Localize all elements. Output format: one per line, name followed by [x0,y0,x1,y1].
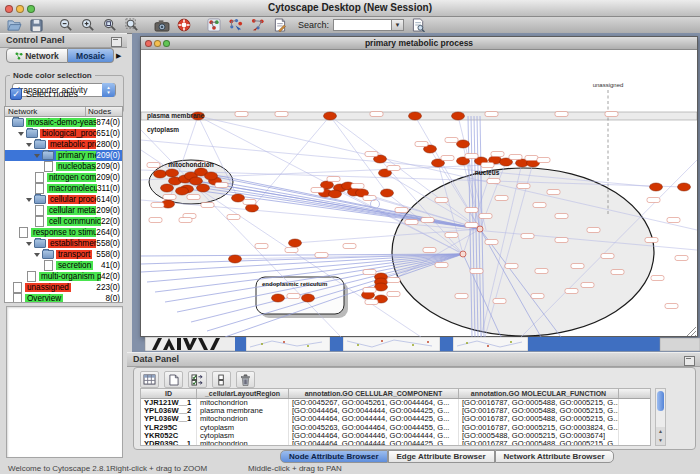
zoom-in-icon[interactable] [80,18,96,32]
disclosure-triangle-icon[interactable] [18,132,24,136]
network-node[interactable] [176,187,189,195]
select-network-c-icon[interactable] [250,18,266,32]
window-resize-grip-icon[interactable] [687,327,696,336]
tree-row[interactable]: biological_process651(0) [5,128,122,139]
table-row[interactable]: YDR039C__1mitochondrion[GO:0044464, GO:0… [141,440,650,446]
tree-row[interactable]: metabolic process280(0) [5,139,122,150]
tree-row[interactable]: unassigned223(0) [5,282,122,293]
disclosure-triangle-icon[interactable] [26,143,32,147]
column-header-id[interactable]: ID [141,389,197,398]
tree-row[interactable]: Overview8(0) [5,293,122,303]
network-node[interactable] [324,112,337,120]
background-window-edge[interactable] [235,337,246,351]
disclosure-triangle-icon[interactable] [26,242,32,246]
help-lifering-icon[interactable] [176,18,192,32]
tree-row[interactable]: macromolecule311(0) [5,183,122,194]
node-attribute-table[interactable]: ID _cellularLayoutRegion annotation.GO C… [140,388,651,446]
unselect-attributes-icon[interactable] [212,371,231,388]
tab-network-attribute-browser[interactable]: Network Attribute Browser [495,450,614,463]
tree-row[interactable]: cellular process614(0) [5,194,122,205]
disclosure-triangle-icon[interactable] [34,253,40,257]
zoom-out-icon[interactable] [58,18,74,32]
open-file-icon[interactable] [6,18,22,32]
tab-overflow-arrow-icon[interactable]: ▶ [116,48,121,63]
background-window-edge[interactable] [440,337,453,351]
zoom-selected-region-icon[interactable] [102,18,118,32]
table-row[interactable]: YLR295Ccytoplasm[GO:0045263, GO:0044464,… [141,424,650,432]
window-titlebar[interactable]: Cytoscape Desktop (New Session) [0,0,700,17]
network-node[interactable] [154,170,167,178]
network-node[interactable] [302,294,315,302]
table-row[interactable]: YPL036W__1mitochondrion[GO:0044464, GO:0… [141,415,650,423]
network-node[interactable] [205,172,218,180]
table-row[interactable]: YJR121W__1mitochondrion[GO:0045267, GO:0… [141,399,650,407]
network-node[interactable] [232,194,245,202]
zoom-fit-icon[interactable] [124,18,140,32]
tree-row[interactable]: nitrogen compo209(0) [5,172,122,183]
tree-row[interactable]: multi-organism pro42(0) [5,271,122,282]
network-node[interactable] [166,169,179,177]
save-icon[interactable] [28,18,44,32]
network-node[interactable] [229,255,242,263]
network-node[interactable] [197,184,210,192]
tree-header-nodes[interactable]: Nodes [86,107,122,116]
network-window-titlebar[interactable]: primary metabolic process [141,37,697,50]
tab-mosaic[interactable]: Mosaic [68,48,114,63]
close-window-icon[interactable] [5,5,13,13]
minimize-window-icon[interactable] [16,5,24,13]
disclosure-triangle-icon[interactable] [34,154,40,158]
search-input[interactable] [333,19,391,31]
tab-node-attribute-browser[interactable]: Node Attribute Browser [280,450,388,463]
attribute-table-icon[interactable] [140,371,159,388]
tree-row[interactable]: secretion41(0) [5,260,122,271]
new-attribute-icon[interactable] [164,371,183,388]
network-canvas[interactable]: plasma membrane cytoplasm mitochondrion … [141,50,697,337]
tree-header-network[interactable]: Network [5,107,86,116]
delete-attribute-trash-icon[interactable] [236,371,255,388]
network-node[interactable] [678,183,691,191]
network-node[interactable] [289,239,302,247]
network-node[interactable] [246,204,259,212]
network-node[interactable] [409,112,422,120]
search-dropdown-arrow-icon[interactable]: ▼ [391,19,404,31]
column-header-region[interactable]: _cellularLayoutRegion [197,389,289,398]
search-options-icon[interactable] [410,18,426,32]
table-row[interactable]: YPL036W__2plasma membrane[GO:0044464, GO… [141,407,650,415]
column-header-function[interactable]: annotation.GO MOLECULAR_FUNCTION [459,389,619,398]
hub-node[interactable] [460,251,466,257]
tree-row[interactable]: cellular metabo209(0) [5,205,122,216]
background-window-edge[interactable] [330,337,343,351]
network-node[interactable] [650,183,663,191]
background-windows-strip[interactable] [132,337,700,351]
column-header-component[interactable]: annotation.GO CELLULAR_COMPONENT [289,389,459,398]
network-node[interactable] [272,294,285,302]
table-vertical-scrollbar[interactable]: ▲▼ [655,388,666,446]
minimize-network-window-icon[interactable] [154,40,161,47]
tree-row-selected[interactable]: primary metabo209(0) [5,150,122,161]
float-data-panel-icon[interactable] [684,356,695,366]
disclosure-triangle-icon[interactable] [26,198,32,202]
tab-edge-attribute-browser[interactable]: Edge Attribute Browser [388,450,495,463]
annotation-doc-icon[interactable] [272,18,288,32]
select-nodes-checkbox[interactable]: ✓ [10,88,22,100]
network-node[interactable] [161,184,174,192]
snapshot-camera-icon[interactable] [154,18,170,32]
tab-network[interactable]: Network [6,48,68,63]
background-window-edge[interactable] [528,337,660,351]
zoom-network-window-icon[interactable] [163,40,170,47]
select-network-a-icon[interactable] [206,18,222,32]
network-node[interactable] [457,140,470,148]
tree-row[interactable]: transport558(0) [5,249,122,260]
hub-node[interactable] [477,226,483,232]
tree-row[interactable]: cell communicat22(0) [5,216,122,227]
zoom-window-icon[interactable] [27,5,35,13]
select-attributes-icon[interactable] [188,371,207,388]
network-node[interactable] [381,189,394,197]
birds-eye-view-panel[interactable] [6,306,123,458]
float-control-panel-icon[interactable] [111,37,122,47]
tree-row[interactable]: establishment of lo558(0) [5,238,122,249]
table-row[interactable]: YKR052Ccytoplasm[GO:0044464, GO:0044446,… [141,432,650,440]
network-node[interactable] [375,283,388,291]
network-node[interactable] [190,177,203,185]
tree-row[interactable]: response to stimulu264(0) [5,227,122,238]
